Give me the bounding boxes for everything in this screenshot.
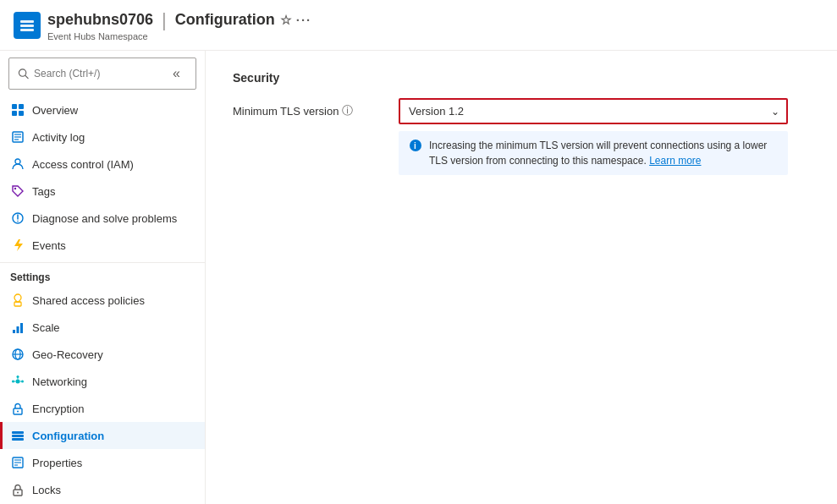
svg-line-4 <box>25 75 28 78</box>
properties-icon <box>10 455 25 470</box>
favorite-star[interactable]: ☆ <box>280 13 291 28</box>
sidebar-item-configuration[interactable]: Configuration <box>0 422 205 449</box>
svg-rect-36 <box>12 438 24 441</box>
diagnose-label: Diagnose and solve problems <box>32 212 177 225</box>
sidebar: « Overview Activity log Access co <box>0 51 206 504</box>
svg-point-13 <box>15 159 20 164</box>
svg-rect-1 <box>20 25 34 27</box>
networking-icon <box>10 374 25 389</box>
search-icon <box>18 68 29 79</box>
collapse-sidebar-button[interactable]: « <box>166 63 187 85</box>
tls-form-row: Minimum TLS version ⓘ Version 1.0 Versio… <box>233 98 810 175</box>
activity-log-label: Activity log <box>32 131 85 144</box>
tags-icon <box>10 184 25 199</box>
encryption-icon <box>10 401 25 416</box>
svg-rect-21 <box>20 323 23 333</box>
svg-point-27 <box>21 381 24 383</box>
sidebar-item-activity-log[interactable]: Activity log <box>0 123 205 151</box>
activity-log-icon <box>10 129 25 145</box>
body-layout: « Overview Activity log Access co <box>0 51 837 504</box>
scale-icon <box>10 320 25 335</box>
svg-rect-7 <box>12 111 17 116</box>
sidebar-item-events[interactable]: Events <box>0 232 205 259</box>
geo-recovery-label: Geo-Recovery <box>32 348 103 361</box>
properties-label: Properties <box>32 457 82 469</box>
shared-access-label: Shared access policies <box>32 294 145 307</box>
scale-label: Scale <box>32 321 60 334</box>
locks-label: Locks <box>32 484 61 496</box>
tls-dropdown-wrapper: Version 1.0 Version 1.1 Version 1.2 ⌄ <box>399 98 788 124</box>
resource-icon <box>14 12 41 39</box>
tags-label: Tags <box>32 185 55 198</box>
tls-info-banner: i Increasing the minimum TLS version wil… <box>399 131 788 175</box>
svg-text:i: i <box>414 141 416 151</box>
header-separator: | <box>162 9 167 31</box>
page-name: Configuration <box>175 11 275 29</box>
svg-rect-5 <box>12 104 17 109</box>
search-box[interactable]: « <box>8 58 196 90</box>
resource-name: spehubns0706 <box>47 11 153 29</box>
sidebar-item-tags[interactable]: Tags <box>0 178 205 205</box>
sidebar-item-shared-access[interactable]: Shared access policies <box>0 287 205 314</box>
overview-icon <box>10 102 25 118</box>
svg-point-42 <box>17 492 19 494</box>
encryption-label: Encryption <box>32 403 84 415</box>
search-input[interactable] <box>34 68 161 79</box>
info-banner-text: Increasing the minimum TLS version will … <box>429 138 778 168</box>
configuration-label: Configuration <box>32 430 104 442</box>
header-title: spehubns0706 | Configuration ☆ ··· <box>47 9 311 31</box>
svg-rect-20 <box>17 326 19 333</box>
main-content: Security Minimum TLS version ⓘ Version 1… <box>206 51 837 504</box>
svg-point-26 <box>12 381 14 383</box>
svg-rect-18 <box>14 302 21 306</box>
section-title: Security <box>233 71 810 85</box>
svg-point-17 <box>17 221 19 222</box>
svg-point-25 <box>16 380 20 384</box>
svg-rect-0 <box>20 20 34 23</box>
svg-rect-6 <box>19 104 24 109</box>
svg-rect-8 <box>19 111 24 116</box>
sidebar-item-networking[interactable]: Networking <box>0 368 205 395</box>
tls-info-icon[interactable]: ⓘ <box>342 103 353 118</box>
tls-label: Minimum TLS version ⓘ <box>233 98 385 118</box>
configuration-icon <box>10 428 25 443</box>
events-label: Events <box>32 239 66 252</box>
settings-section-label: Settings <box>0 262 205 287</box>
tls-version-select[interactable]: Version 1.0 Version 1.1 Version 1.2 <box>399 98 788 124</box>
more-options[interactable]: ··· <box>296 13 312 27</box>
sidebar-item-properties[interactable]: Properties <box>0 449 205 476</box>
svg-rect-35 <box>12 435 24 437</box>
info-banner-icon: i <box>409 139 422 156</box>
geo-recovery-icon <box>10 347 25 362</box>
sidebar-item-encryption[interactable]: Encryption <box>0 395 205 422</box>
iam-icon <box>10 156 25 172</box>
page-header: spehubns0706 | Configuration ☆ ··· Event… <box>0 0 837 51</box>
sidebar-item-diagnose[interactable]: Diagnose and solve problems <box>0 205 205 232</box>
sidebar-item-geo-recovery[interactable]: Geo-Recovery <box>0 341 205 368</box>
tls-label-text: Minimum TLS version <box>233 105 339 118</box>
sidebar-scroll: Overview Activity log Access control (IA… <box>0 96 205 504</box>
svg-rect-34 <box>12 431 24 434</box>
locks-icon <box>10 482 25 497</box>
sidebar-item-scale[interactable]: Scale <box>0 314 205 341</box>
svg-point-33 <box>17 411 19 413</box>
svg-point-14 <box>14 188 16 189</box>
svg-point-28 <box>17 375 19 378</box>
shared-access-icon <box>10 293 25 308</box>
sidebar-item-iam[interactable]: Access control (IAM) <box>0 151 205 178</box>
resource-type: Event Hubs Namespace <box>47 31 311 41</box>
svg-rect-2 <box>20 29 34 31</box>
events-icon <box>10 238 25 253</box>
iam-label: Access control (IAM) <box>32 158 134 171</box>
learn-more-link[interactable]: Learn more <box>649 155 701 167</box>
sidebar-item-overview[interactable]: Overview <box>0 96 205 123</box>
diagnose-icon <box>10 211 25 226</box>
networking-label: Networking <box>32 375 87 388</box>
svg-rect-19 <box>13 330 15 333</box>
overview-label: Overview <box>32 104 78 117</box>
sidebar-item-locks[interactable]: Locks <box>0 476 205 503</box>
header-title-group: spehubns0706 | Configuration ☆ ··· Event… <box>47 9 311 41</box>
